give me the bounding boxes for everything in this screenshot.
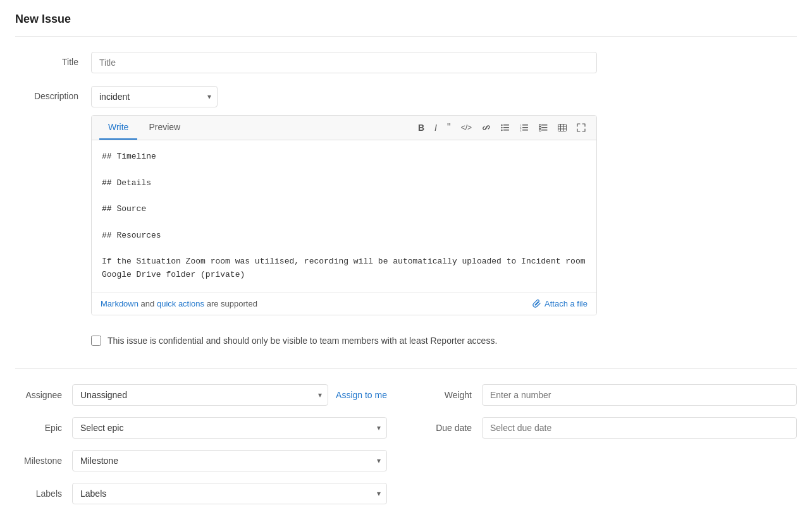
confidential-row: This issue is confidential and should on… (91, 325, 597, 356)
milestone-label: Milestone (15, 456, 72, 466)
editor-toolbar: B I " </> (415, 116, 589, 139)
editor-footer: Markdown and quick actions are supported… (92, 292, 596, 315)
epic-select[interactable]: Select epic (72, 417, 387, 439)
due-date-field-wrapper (482, 417, 797, 439)
assignee-select[interactable]: Unassigned (72, 384, 328, 406)
assignee-input-row: Unassigned ▾ Assign to me (72, 384, 387, 406)
due-date-input[interactable] (482, 417, 797, 439)
svg-rect-7 (522, 124, 528, 126)
tab-preview[interactable]: Preview (140, 116, 189, 140)
weight-label: Weight (425, 390, 482, 400)
svg-text:3.: 3. (520, 129, 522, 131)
description-template-wrapper: incident default custom ▾ (91, 86, 218, 107)
svg-rect-5 (503, 130, 509, 131)
code-button[interactable]: </> (458, 121, 475, 134)
weight-field-wrapper (482, 384, 797, 406)
editor-footer-info: Markdown and quick actions are supported (101, 299, 257, 308)
assignee-select-wrapper: Unassigned ▾ (72, 384, 328, 406)
confidential-label[interactable]: This issue is confidential and should on… (108, 336, 497, 346)
weight-row: Weight (425, 384, 797, 406)
title-label: Title (15, 52, 91, 67)
due-date-row: Due date (425, 417, 797, 439)
title-divider (15, 36, 797, 37)
labels-label: Labels (15, 489, 72, 499)
bold-button[interactable]: B (415, 121, 428, 135)
svg-rect-13 (542, 124, 548, 126)
editor-wrapper: Write Preview B I " </> (91, 115, 597, 315)
confidential-checkbox[interactable] (91, 336, 101, 346)
svg-rect-18 (558, 124, 567, 131)
title-row: Title (15, 52, 797, 73)
editor-tab-group: Write Preview (99, 116, 192, 140)
svg-rect-12 (539, 124, 541, 126)
milestone-row: Milestone Milestone ▾ (15, 450, 387, 471)
section-divider (15, 368, 797, 369)
assign-to-me-button[interactable]: Assign to me (336, 390, 387, 400)
description-template-select[interactable]: incident default custom (91, 86, 218, 107)
labels-select[interactable]: Labels (72, 483, 387, 504)
weight-input[interactable] (482, 384, 797, 406)
description-label: Description (15, 86, 91, 101)
svg-rect-9 (522, 127, 528, 128)
svg-rect-15 (542, 127, 548, 128)
svg-point-0 (501, 124, 502, 126)
svg-rect-11 (522, 130, 528, 131)
svg-rect-3 (503, 127, 509, 128)
ordered-list-button[interactable]: 1. 2. 3. (517, 122, 532, 133)
right-column: Weight Due date (425, 384, 797, 516)
labels-row: Labels Labels ▾ (15, 483, 387, 504)
svg-rect-1 (503, 124, 509, 126)
labels-select-wrapper: Labels ▾ (72, 483, 387, 504)
quick-actions-link[interactable]: quick actions (157, 299, 204, 308)
svg-point-2 (501, 127, 502, 128)
page-title: New Issue (15, 13, 797, 26)
milestone-select[interactable]: Milestone (72, 450, 387, 471)
markdown-link[interactable]: Markdown (101, 299, 138, 308)
epic-select-wrapper: Select epic ▾ (72, 417, 387, 439)
title-field-wrapper (91, 52, 597, 73)
bottom-form: Assignee Unassigned ▾ Assign to me (15, 384, 797, 516)
svg-point-4 (501, 130, 502, 131)
assignee-field-wrapper: Unassigned ▾ Assign to me (72, 384, 387, 406)
description-field-wrapper: incident default custom ▾ Write Preview … (91, 86, 597, 356)
assignee-label: Assignee (15, 390, 72, 400)
link-button[interactable] (479, 121, 494, 134)
tab-write[interactable]: Write (99, 116, 137, 140)
svg-rect-14 (539, 127, 541, 129)
epic-field-wrapper: Select epic ▾ (72, 417, 387, 439)
milestone-select-wrapper: Milestone ▾ (72, 450, 387, 471)
italic-button[interactable]: I (431, 121, 440, 135)
description-row: Description incident default custom ▾ Wr… (15, 86, 797, 356)
fullscreen-button[interactable] (574, 121, 589, 134)
quote-button[interactable]: " (444, 120, 454, 135)
epic-row: Epic Select epic ▾ (15, 417, 387, 439)
left-column: Assignee Unassigned ▾ Assign to me (15, 384, 387, 516)
attach-file-label: Attach a file (544, 299, 587, 308)
unordered-list-button[interactable] (498, 122, 513, 133)
task-list-button[interactable] (536, 122, 551, 133)
milestone-field-wrapper: Milestone ▾ (72, 450, 387, 471)
assignee-row: Assignee Unassigned ▾ Assign to me (15, 384, 387, 406)
svg-rect-16 (539, 130, 541, 131)
editor-tabs-bar: Write Preview B I " </> (92, 116, 596, 140)
epic-label: Epic (15, 423, 72, 433)
labels-field-wrapper: Labels ▾ (72, 483, 387, 504)
editor-content[interactable]: ## Timeline ## Details ## Source ## Reso… (92, 140, 596, 292)
attach-file-button[interactable]: Attach a file (532, 299, 587, 308)
due-date-label: Due date (425, 423, 482, 433)
title-input[interactable] (91, 52, 597, 73)
svg-rect-17 (542, 130, 548, 131)
table-button[interactable] (555, 122, 570, 133)
